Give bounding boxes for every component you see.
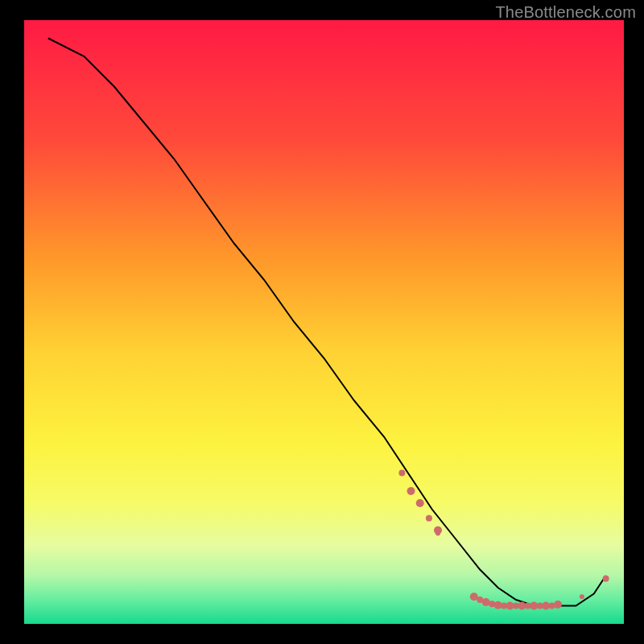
chart-stage: TheBottleneck.com — [0, 0, 644, 644]
marker-dot — [407, 487, 415, 495]
marker-dot — [426, 515, 432, 522]
marker-dot — [436, 531, 440, 536]
marker-dot — [580, 594, 584, 599]
marker-dot — [603, 576, 609, 582]
bottleneck-chart — [0, 0, 644, 644]
watermark-label: TheBottleneck.com — [495, 3, 636, 22]
marker-dot — [416, 499, 424, 507]
marker-dot — [398, 470, 405, 477]
plot-background — [24, 20, 624, 624]
marker-dot — [554, 601, 562, 609]
marker-dot — [482, 598, 490, 606]
